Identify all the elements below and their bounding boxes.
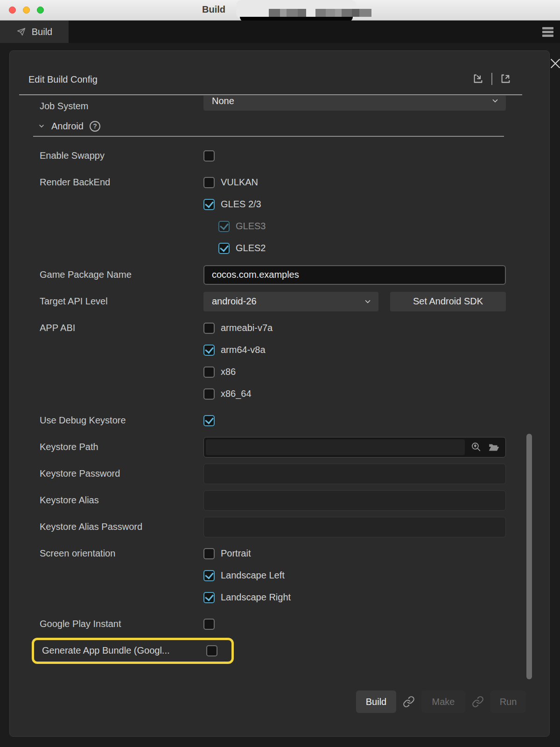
arm64-v8a-checkbox[interactable] [203, 345, 215, 356]
gles2-checkbox[interactable] [218, 243, 230, 254]
dialog-header: Edit Build Config [19, 51, 522, 95]
option-gles2: GLES2 [218, 237, 266, 259]
option-landscape-right: Landscape Right [203, 586, 291, 608]
x86-label: x86 [221, 366, 236, 377]
section-android[interactable]: Android ? [33, 116, 504, 137]
row-generate-app-bundle: Generate App Bundle (Googl... [10, 637, 549, 664]
armeabi-v7a-checkbox[interactable] [203, 323, 215, 334]
portrait-label: Portrait [221, 548, 251, 559]
target-api-level-select[interactable]: android-26 [203, 292, 378, 311]
build-button[interactable]: Build [356, 691, 396, 713]
landscape-left-checkbox[interactable] [203, 570, 215, 581]
link-icon [403, 696, 415, 708]
traffic-lights [9, 7, 44, 14]
keystore-path-label: Keystore Path [40, 442, 203, 452]
zoom-traffic-light-icon[interactable] [37, 7, 44, 14]
generate-app-bundle-checkbox[interactable] [206, 645, 217, 656]
row-google-play-instant: Google Play Instant [10, 611, 549, 637]
gles2-label: GLES2 [236, 243, 266, 254]
tab-bar: Build [0, 21, 560, 43]
search-locate-icon[interactable] [470, 441, 482, 453]
scrollbar[interactable] [526, 434, 532, 679]
x86-64-checkbox[interactable] [203, 388, 215, 400]
landscape-right-label: Landscape Right [221, 592, 291, 603]
job-system-label: Job System [40, 101, 203, 112]
google-play-instant-checkbox[interactable] [203, 619, 215, 630]
armeabi-v7a-label: armeabi-v7a [221, 323, 273, 333]
help-icon[interactable]: ? [90, 121, 100, 132]
enable-swappy-checkbox[interactable] [203, 150, 215, 162]
row-screen-orientation: Screen orientation Portrait Landscape Le… [10, 543, 549, 608]
use-debug-keystore-checkbox[interactable] [203, 415, 215, 426]
close-icon[interactable] [548, 56, 560, 70]
keystore-alias-input[interactable] [203, 490, 506, 511]
tab-build-label: Build [32, 27, 52, 37]
keystore-path-input[interactable] [206, 439, 465, 455]
chevron-down-icon [38, 122, 45, 130]
folder-open-icon[interactable] [488, 441, 500, 453]
keystore-alias-password-input[interactable] [203, 517, 506, 537]
option-gles3: GLES3 [218, 215, 266, 237]
row-game-package-name: Game Package Name [10, 261, 549, 288]
generate-app-bundle-label: Generate App Bundle (Googl... [42, 645, 206, 656]
redacted-text-blocks [269, 9, 371, 17]
x86-64-label: x86_64 [221, 388, 252, 399]
close-traffic-light-icon[interactable] [9, 7, 16, 14]
build-config-form: Job System None Android ? Enable Swappy [10, 96, 549, 670]
game-package-name-label: Game Package Name [40, 269, 203, 280]
row-render-backend: Render BackEnd VULKAN GLES 2/3 GLES3 [10, 171, 549, 259]
row-job-system: Job System None [10, 96, 549, 116]
keystore-password-label: Keystore Password [40, 468, 203, 479]
set-android-sdk-button[interactable]: Set Android SDK [390, 292, 506, 311]
landscape-right-checkbox[interactable] [203, 592, 215, 603]
enable-swappy-label: Enable Swappy [40, 150, 203, 161]
job-system-value: None [212, 96, 234, 106]
highlight-outline: Generate App Bundle (Googl... [32, 638, 234, 664]
option-landscape-left: Landscape Left [203, 564, 291, 586]
keystore-path-input-wrap [203, 437, 506, 458]
option-portrait: Portrait [203, 543, 291, 564]
option-x86-64: x86_64 [203, 383, 273, 405]
chevron-down-icon [364, 297, 372, 306]
gles3-label: GLES3 [236, 221, 266, 232]
option-vulkan: VULKAN [203, 171, 266, 193]
minimize-traffic-light-icon[interactable] [23, 7, 30, 14]
vulkan-label: VULKAN [221, 177, 258, 188]
import-config-icon[interactable] [472, 72, 484, 85]
game-package-name-input[interactable] [203, 265, 506, 285]
keystore-password-input[interactable] [203, 464, 506, 484]
option-arm64-v8a: arm64-v8a [203, 339, 273, 361]
arm64-v8a-label: arm64-v8a [221, 345, 266, 355]
tab-build[interactable]: Build [0, 21, 69, 43]
x86-checkbox[interactable] [203, 366, 215, 378]
export-config-icon[interactable] [499, 72, 512, 85]
vulkan-checkbox[interactable] [203, 177, 215, 188]
link-icon [472, 696, 484, 708]
gles23-label: GLES 2/3 [221, 199, 261, 210]
keystore-alias-label: Keystore Alias [40, 495, 203, 506]
option-x86: x86 [203, 361, 273, 383]
row-keystore-password: Keystore Password [10, 460, 549, 487]
gles3-checkbox [218, 221, 230, 232]
paper-plane-icon [16, 27, 27, 37]
dialog-footer: Build Make Run [356, 691, 526, 713]
gles23-checkbox[interactable] [203, 199, 215, 210]
keystore-alias-password-label: Keystore Alias Password [40, 521, 203, 532]
menu-hamburger-icon[interactable] [542, 27, 553, 37]
use-debug-keystore-label: Use Debug Keystore [40, 415, 203, 426]
option-armeabi-v7a: armeabi-v7a [203, 317, 273, 339]
dialog-title: Edit Build Config [28, 74, 98, 85]
target-api-level-value: android-26 [212, 296, 257, 307]
option-gles23: GLES 2/3 [203, 193, 266, 215]
google-play-instant-label: Google Play Instant [40, 619, 203, 629]
row-keystore-alias-password: Keystore Alias Password [10, 514, 549, 540]
screen-orientation-label: Screen orientation [40, 543, 203, 564]
run-button[interactable]: Run [490, 691, 526, 713]
editor-main-area: Edit Build Config [0, 43, 560, 747]
row-enable-swappy: Enable Swappy [10, 142, 549, 169]
job-system-select[interactable]: None [203, 96, 506, 111]
window-titlebar: Build [0, 0, 560, 21]
portrait-checkbox[interactable] [203, 548, 215, 559]
row-use-debug-keystore: Use Debug Keystore [10, 407, 549, 434]
make-button[interactable]: Make [421, 691, 465, 713]
